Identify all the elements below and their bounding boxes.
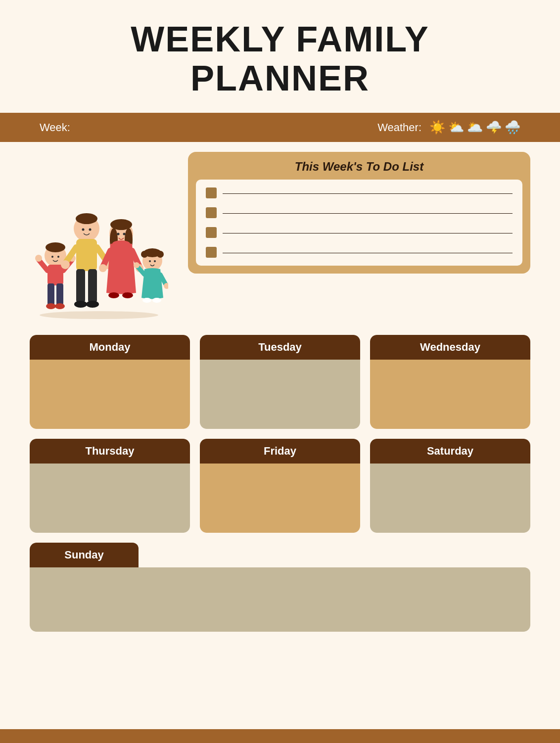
saturday-header: Saturday	[370, 439, 530, 464]
weather-icon-thunder: 🌩️	[486, 120, 502, 135]
friday-body[interactable]	[200, 464, 360, 533]
sunday-body[interactable]	[30, 567, 530, 632]
day-card-thursday: Thursday	[30, 439, 190, 533]
todo-item-1	[206, 187, 513, 198]
svg-point-38	[108, 292, 119, 298]
todo-checkbox-2[interactable]	[206, 207, 217, 218]
todo-title: This Week's To Do List	[188, 152, 530, 180]
todo-line-4	[223, 253, 513, 253]
monday-body[interactable]	[30, 360, 190, 429]
svg-point-17	[89, 229, 92, 231]
svg-point-51	[152, 298, 161, 303]
header: WEEKLY FAMILY PLANNER	[0, 0, 560, 108]
day-card-saturday: Saturday	[370, 439, 530, 533]
svg-point-36	[99, 264, 107, 272]
title-line2: PLANNER	[190, 58, 370, 98]
weather-icon-cloudy: 🌥️	[467, 120, 483, 135]
svg-point-42	[141, 251, 148, 258]
friday-header: Friday	[200, 439, 360, 464]
page-wrapper: WEEKLY FAMILY PLANNER Week: Weather: ☀️ …	[0, 0, 560, 743]
svg-point-50	[142, 298, 151, 303]
thursday-header: Thursday	[30, 439, 190, 464]
sunday-header: Sunday	[30, 543, 139, 567]
day-grid: Monday Tuesday Wednesday Thursday	[0, 335, 560, 533]
svg-rect-11	[56, 283, 63, 305]
svg-point-44	[149, 260, 151, 262]
wednesday-body[interactable]	[370, 360, 530, 429]
monday-header: Monday	[30, 335, 190, 360]
top-section: This Week's To Do List	[0, 152, 560, 320]
svg-point-8	[35, 255, 42, 262]
todo-checkbox-1[interactable]	[206, 187, 217, 198]
weather-section: Weather: ☀️ ⛅ 🌥️ 🌩️ 🌧️	[377, 120, 520, 135]
svg-point-39	[122, 292, 133, 298]
day-card-friday: Friday	[200, 439, 360, 533]
svg-point-12	[46, 303, 56, 309]
svg-point-26	[86, 301, 99, 308]
svg-point-4	[57, 256, 59, 258]
info-bar: Week: Weather: ☀️ ⛅ 🌥️ 🌩️ 🌧️	[0, 113, 560, 142]
weather-icon-rain: 🌧️	[505, 120, 520, 135]
svg-point-43	[157, 251, 164, 258]
tuesday-label: Tuesday	[258, 341, 302, 353]
tuesday-body[interactable]	[200, 360, 360, 429]
svg-point-13	[55, 303, 65, 309]
todo-container: This Week's To Do List	[188, 152, 530, 274]
weather-icons: ☀️ ⛅ 🌥️ 🌩️ 🌧️	[429, 120, 520, 135]
todo-item-2	[206, 207, 513, 218]
tuesday-header: Tuesday	[200, 335, 360, 360]
todo-checkbox-4[interactable]	[206, 247, 217, 258]
sunday-section: Sunday	[0, 543, 560, 632]
thursday-body[interactable]	[30, 464, 190, 533]
friday-label: Friday	[264, 445, 296, 457]
todo-line-1	[223, 193, 513, 194]
wednesday-header: Wednesday	[370, 335, 530, 360]
weather-icon-sun: ☀️	[429, 120, 445, 135]
todo-checkbox-3[interactable]	[206, 227, 217, 238]
svg-point-33	[112, 240, 130, 247]
svg-rect-23	[76, 269, 85, 303]
todo-item-4	[206, 247, 513, 258]
svg-point-2	[46, 242, 65, 252]
svg-point-3	[51, 256, 53, 258]
svg-rect-18	[76, 239, 97, 271]
saturday-body[interactable]	[370, 464, 530, 533]
todo-line-2	[223, 213, 513, 214]
svg-point-15	[76, 213, 97, 224]
svg-point-25	[74, 301, 87, 308]
day-card-sunday: Sunday	[30, 543, 530, 632]
todo-inner	[196, 180, 522, 266]
sunday-label: Sunday	[64, 549, 103, 561]
week-label: Week:	[40, 121, 377, 134]
title-line1: WEEKLY FAMILY	[131, 19, 429, 59]
svg-rect-5	[47, 265, 63, 285]
todo-item-3	[206, 227, 513, 238]
svg-point-48	[134, 262, 140, 268]
family-illustration	[30, 152, 168, 320]
svg-point-0	[40, 311, 158, 319]
weather-icon-partly-cloudy: ⛅	[448, 120, 464, 135]
svg-point-16	[82, 229, 85, 231]
day-card-monday: Monday	[30, 335, 190, 429]
footer-bar	[0, 729, 560, 743]
saturday-label: Saturday	[427, 445, 473, 457]
wednesday-label: Wednesday	[420, 341, 480, 353]
monday-label: Monday	[89, 341, 130, 353]
day-card-tuesday: Tuesday	[200, 335, 360, 429]
svg-point-32	[123, 233, 126, 235]
todo-line-3	[223, 233, 513, 233]
svg-rect-24	[88, 269, 97, 303]
thursday-label: Thursday	[85, 445, 134, 457]
svg-point-45	[154, 260, 156, 262]
page-title: WEEKLY FAMILY PLANNER	[10, 20, 550, 98]
svg-rect-10	[47, 283, 54, 305]
svg-point-31	[117, 233, 120, 235]
day-card-wednesday: Wednesday	[370, 335, 530, 429]
weather-label: Weather:	[377, 121, 421, 134]
svg-point-21	[61, 260, 70, 269]
